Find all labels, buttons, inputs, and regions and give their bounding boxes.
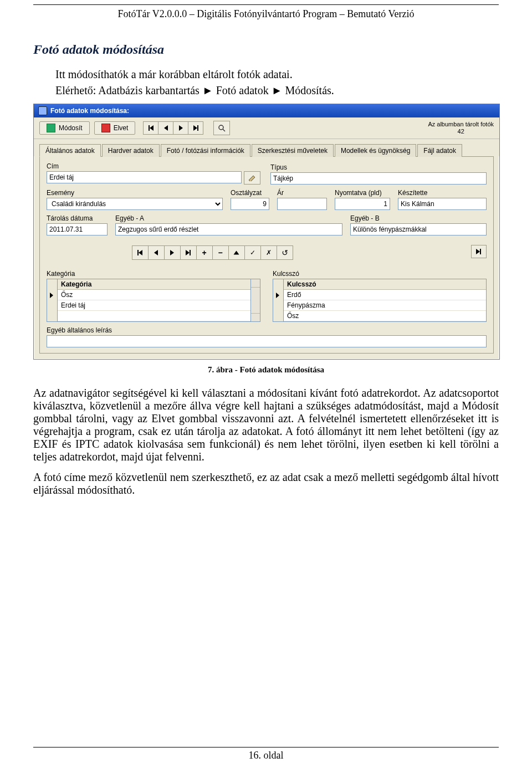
- modify-button[interactable]: Módosít: [39, 121, 90, 135]
- label-esemeny: Esemény: [47, 189, 223, 197]
- figure-caption: 7. ábra - Fotó adatok módosítása: [33, 365, 499, 375]
- paragraph-1: Az adatnavigátor segítségével ki kell vá…: [33, 387, 499, 463]
- tipus-input[interactable]: [270, 172, 487, 185]
- page-number: 16. oldal: [249, 750, 284, 761]
- kategoria-row[interactable]: [58, 311, 250, 321]
- record-counter: Az albumban tárolt fotók 42: [428, 121, 494, 135]
- gnav-edit[interactable]: [228, 245, 244, 260]
- record-navigator: [143, 121, 203, 135]
- page-footer: 16. oldal: [33, 747, 499, 761]
- magnifier-icon: [218, 124, 226, 132]
- cim-input[interactable]: [47, 171, 242, 183]
- label-ar: Ár: [277, 189, 327, 197]
- tab-models[interactable]: Modellek és ügynökség: [335, 144, 416, 157]
- esemeny-select[interactable]: Családi kirándulás: [47, 198, 223, 210]
- tab-panel-general: Cím Típus Esemény C: [39, 156, 494, 354]
- kategoria-scrollbar[interactable]: [251, 279, 260, 322]
- tarolas-input[interactable]: [47, 223, 108, 235]
- tab-file[interactable]: Fájl adatok: [417, 144, 462, 157]
- tab-hardware[interactable]: Hardver adatok: [102, 144, 160, 157]
- intro-line-2: Elérhető: Adatbázis karbantartás ► Fotó …: [55, 84, 499, 97]
- gnav-remove[interactable]: −: [212, 245, 228, 260]
- gnav-add[interactable]: +: [196, 245, 212, 260]
- label-leiras: Egyéb általános leírás: [47, 326, 487, 334]
- gnav-prev[interactable]: [148, 245, 164, 260]
- label-kulcsszo: Kulcsszó: [273, 270, 487, 278]
- doc-header: FotóTár V2.0.0.0 – Digitális Fotónyilván…: [33, 6, 499, 20]
- pencil-icon: [248, 175, 256, 181]
- cancel-button-label: Elvet: [114, 124, 129, 132]
- tab-photo-info[interactable]: Fotó / fotózási információk: [161, 144, 250, 157]
- gnav-post[interactable]: ✓: [244, 245, 260, 260]
- tab-general[interactable]: Általános adatok: [39, 144, 101, 157]
- kulcsszo-grid-header: Kulcsszó: [284, 279, 486, 290]
- gnav-refresh[interactable]: ↻: [277, 245, 293, 260]
- label-tipus: Típus: [270, 163, 487, 171]
- label-nyomtatva: Nyomtatva (pld): [335, 189, 390, 197]
- nav-last-button[interactable]: [188, 121, 203, 135]
- gnav-first[interactable]: [132, 245, 148, 260]
- section-title: Fotó adatok módosítása: [33, 42, 499, 57]
- window-title: Fotó adatok módosítása:: [50, 107, 129, 115]
- label-cim: Cím: [47, 162, 263, 170]
- kulcsszo-row[interactable]: Fénypászma: [284, 300, 486, 311]
- cim-helper-button[interactable]: [244, 171, 260, 185]
- leiras-input[interactable]: [47, 335, 487, 347]
- label-osztalyzat: Osztályzat: [231, 189, 269, 197]
- gnav-next[interactable]: [164, 245, 180, 260]
- egyeb-b-input[interactable]: [350, 223, 487, 235]
- nav-prev-button[interactable]: [158, 121, 173, 135]
- kulcsszo-row[interactable]: Ősz: [284, 311, 486, 321]
- edit-icon: [47, 124, 55, 132]
- modify-button-label: Módosít: [59, 124, 83, 132]
- tab-strip: Általános adatok Hardver adatok Fotó / f…: [34, 139, 499, 156]
- nav-first-button[interactable]: [143, 121, 158, 135]
- gnav-cancel[interactable]: ✗: [260, 245, 277, 260]
- intro-line-1: Itt módosíthatók a már korábban eltárolt…: [55, 68, 499, 81]
- counter-label: Az albumban tárolt fotók: [428, 121, 494, 128]
- label-keszitette: Készítette: [398, 189, 487, 197]
- kulcsszo-grid[interactable]: Kulcsszó Erdő Fénypászma Ősz: [283, 279, 487, 322]
- kulcsszo-row[interactable]: Erdő: [284, 290, 486, 300]
- svg-line-1: [223, 129, 225, 131]
- kategoria-grid[interactable]: Kategória Ősz Erdei táj: [57, 279, 251, 322]
- osztalyzat-input[interactable]: [231, 198, 269, 210]
- app-icon: [38, 106, 47, 115]
- label-egyeb-b: Egyéb - B: [350, 214, 487, 222]
- svg-point-0: [219, 125, 223, 130]
- gnav-lastrec[interactable]: [471, 245, 487, 258]
- label-kategoria: Kategória: [47, 270, 260, 278]
- ar-input[interactable]: [277, 198, 327, 210]
- paragraph-2: A fotó címe mező közvetlenül nem szerkes…: [33, 471, 499, 496]
- keszitette-input[interactable]: [398, 198, 487, 210]
- egyeb-a-input[interactable]: [115, 223, 342, 235]
- lookup-button[interactable]: [213, 121, 230, 135]
- main-toolbar: Módosít Elvet Az albumban tárolt fotók 4…: [34, 117, 499, 139]
- nav-next-button[interactable]: [173, 121, 188, 135]
- tab-edit-ops[interactable]: Szerkesztési műveletek: [252, 144, 334, 157]
- kategoria-row[interactable]: Ősz: [58, 290, 250, 300]
- nyomtatva-input[interactable]: [335, 198, 390, 210]
- window-titlebar[interactable]: Fotó adatok módosítása:: [34, 104, 499, 117]
- label-egyeb-a: Egyéb - A: [115, 214, 342, 222]
- counter-value: 42: [428, 128, 494, 135]
- kategoria-row[interactable]: Erdei táj: [58, 300, 250, 311]
- cancel-icon: [101, 124, 110, 132]
- grid-navigator: + − ✓ ✗ ↻: [132, 245, 293, 260]
- label-tarolas: Tárolás dátuma: [47, 214, 108, 222]
- screenshot-window: Fotó adatok módosítása: Módosít Elvet A: [33, 104, 500, 360]
- kategoria-grid-header: Kategória: [58, 279, 250, 290]
- gnav-last[interactable]: [180, 245, 196, 260]
- cancel-button[interactable]: Elvet: [94, 121, 136, 135]
